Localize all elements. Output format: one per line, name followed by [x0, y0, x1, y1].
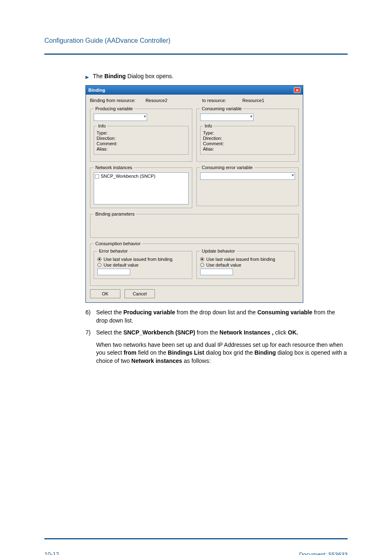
binding-parameters-group: Binding parameters [90, 211, 299, 238]
from-value: Resource2 [145, 98, 167, 103]
page-footer: 10-12 Document: 553633 ICSTT-RM405f-EN-P… [44, 538, 348, 555]
radio-label: Use default value [206, 262, 241, 267]
dialog-title-text: Binding [88, 86, 105, 95]
consuming-error-select[interactable] [200, 172, 295, 180]
producing-variable-select[interactable] [94, 114, 147, 121]
radio-icon [200, 263, 204, 267]
network-instances-group: Network instances SNCP_Workbench (SNCP) [90, 165, 192, 208]
cons-comment: Comment: [203, 141, 292, 146]
dialog-titlebar: Binding ✕ [86, 86, 303, 95]
bullet-suffix: Dialog box opens. [126, 73, 173, 79]
bullet-text: The Binding Dialog box opens. [93, 73, 173, 79]
checkbox-icon[interactable] [95, 174, 99, 179]
prod-alias: Alias: [97, 146, 186, 151]
producing-info-group: Info Type: Direction: Comment: Alias: [94, 123, 189, 155]
consuming-variable-group: Consuming variable Info Type: Direction:… [196, 106, 299, 162]
from-label: Binding from resource: [90, 98, 136, 103]
doc-line-1: Document: 553633 [294, 551, 348, 555]
t: Select the [96, 329, 123, 336]
t: Producing variable [123, 309, 175, 316]
t: from the [195, 329, 219, 336]
step-7: Select the SNCP_Workbench (SNCP) from th… [85, 329, 348, 337]
page-header: Configuration Guide (AADvance Controller… [44, 0, 348, 53]
binding-parameters-legend: Binding parameters [94, 211, 136, 216]
to-value: Resource1 [242, 98, 264, 103]
radio-label: Use last value issued from binding [206, 257, 275, 262]
t: OK. [288, 329, 298, 336]
t: Consuming variable [257, 309, 312, 316]
error-behavior-legend: Error behavior [97, 248, 129, 253]
t: from [124, 349, 136, 356]
cons-direction: Direction: [203, 136, 292, 141]
t: field on the [136, 349, 168, 356]
update-radio-last-value[interactable]: Use last value issued from binding [200, 257, 291, 262]
header-rule [44, 53, 348, 55]
t: Network Instances , [219, 329, 274, 336]
cancel-button[interactable]: Cancel [125, 289, 155, 298]
bullet-bold: Binding [104, 73, 126, 79]
network-instances-tree[interactable]: SNCP_Workbench (SNCP) [94, 172, 189, 204]
consuming-error-legend: Consuming error variable [200, 165, 254, 170]
follow-paragraph: When two networks have been set up and d… [96, 341, 348, 365]
update-radio-default[interactable]: Use default value [200, 262, 291, 267]
update-default-input[interactable] [200, 269, 233, 275]
t: dialog box grid the [204, 349, 254, 356]
producing-variable-legend: Producing variable [94, 106, 134, 111]
ok-button[interactable]: OK [90, 289, 120, 298]
radio-icon [200, 257, 204, 261]
t: Select the [96, 309, 123, 316]
error-default-input[interactable] [97, 269, 130, 275]
producing-info-legend: Info [97, 123, 107, 128]
binding-dialog: Binding ✕ Binding from resource: Resourc… [85, 85, 303, 303]
t: Binding [254, 349, 276, 356]
prod-direction: Direction: [97, 136, 186, 141]
prod-comment: Comment: [97, 141, 186, 146]
error-radio-default[interactable]: Use default value [97, 262, 189, 267]
step-6: Select the Producing variable from the d… [85, 309, 348, 325]
radio-icon [97, 263, 101, 267]
consuming-error-group: Consuming error variable [196, 165, 299, 206]
cons-type: Type: [203, 130, 292, 135]
producing-variable-group: Producing variable Info Type: Direction:… [90, 106, 192, 162]
bullet-prefix: The [93, 73, 104, 79]
document-info: Document: 553633 ICSTT-RM405f-EN-P Issue… [294, 551, 348, 555]
consuming-variable-legend: Consuming variable [200, 106, 243, 111]
consumption-behavior-legend: Consumption behavior [94, 241, 142, 246]
page-number: 10-12 [44, 551, 59, 555]
cons-alias: Alias: [203, 146, 292, 151]
network-instances-legend: Network instances [94, 165, 134, 170]
prod-type: Type: [97, 130, 186, 135]
error-behavior-group: Error behavior Use last value issued fro… [94, 248, 192, 279]
update-behavior-group: Update behavior Use last value issued fr… [196, 248, 295, 279]
t: SNCP_Workbench (SNCP) [123, 329, 195, 336]
t: Bindings List [168, 349, 204, 356]
to-label: to resource: [202, 98, 226, 103]
bullet-icon: ▶ [85, 73, 89, 81]
radio-icon [97, 257, 101, 261]
t: as follows: [182, 358, 210, 364]
radio-label: Use last value issued from binding [104, 257, 173, 262]
t: click [274, 329, 288, 336]
close-icon[interactable]: ✕ [294, 87, 300, 93]
consuming-info-legend: Info [203, 123, 214, 128]
error-radio-last-value[interactable]: Use last value issued from binding [97, 257, 189, 262]
bullet-binding-opens: ▶ The Binding Dialog box opens. [85, 73, 348, 81]
tree-item-label: SNCP_Workbench (SNCP) [101, 174, 155, 179]
t: Network instances [131, 358, 182, 364]
radio-label: Use default value [104, 262, 138, 267]
consumption-behavior-group: Consumption behavior Error behavior Use … [90, 241, 299, 286]
consuming-variable-select[interactable] [200, 114, 254, 121]
update-behavior-legend: Update behavior [200, 248, 237, 253]
tree-item-sncp[interactable]: SNCP_Workbench (SNCP) [95, 174, 187, 179]
consuming-info-group: Info Type: Direction: Comment: Alias: [200, 123, 295, 155]
resource-row: Binding from resource: Resource2 to reso… [90, 98, 299, 103]
t: from the drop down list and the [175, 309, 257, 316]
